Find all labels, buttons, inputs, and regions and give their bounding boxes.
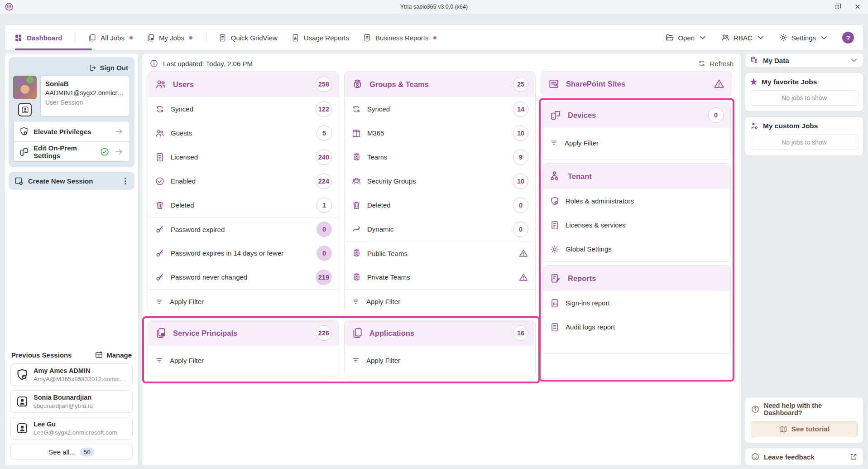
stat-row-password-never-changed[interactable]: Password never changed 219: [148, 265, 339, 289]
stat-row-synced[interactable]: Synced 14: [345, 97, 535, 121]
tenant-card-header[interactable]: Tenant: [543, 164, 730, 189]
applications-header[interactable]: Applications 16: [345, 320, 535, 346]
gear-icon: [779, 33, 788, 42]
stat-row-password-expires-soon[interactable]: Password expires in 14 days or fewer 0: [148, 241, 339, 265]
stat-row-password-expired[interactable]: Password expired 0: [148, 217, 339, 241]
teams-icon: [351, 248, 361, 258]
session-item[interactable]: Amy Ames ADMIN AmyA@M365x85832012.onmicr…: [10, 363, 133, 386]
groups-card-header[interactable]: Groups & Teams 25: [345, 72, 535, 97]
create-new-session-button[interactable]: Create New Session ⋮: [9, 172, 134, 190]
stat-row-public-teams[interactable]: Public Teams: [345, 241, 535, 265]
filter-icon: [351, 297, 360, 306]
stat-row-security-groups[interactable]: Security Groups 10: [345, 169, 535, 193]
doc-lines-icon: [550, 322, 560, 332]
chevron-down-icon: [820, 33, 829, 42]
stat-row-m365[interactable]: M365 10: [345, 121, 535, 145]
user-name: SoniaB: [45, 80, 125, 87]
devices-card-header[interactable]: Devices 0: [543, 102, 730, 128]
avatar: [13, 76, 37, 99]
my-data-label: My Data: [763, 57, 789, 64]
license-icon: [155, 152, 165, 162]
restore-icon: [835, 5, 839, 9]
manage-sessions-button[interactable]: Manage: [95, 351, 132, 359]
sign-out-button[interactable]: Sign Out: [13, 61, 130, 75]
sharepoint-sites-card[interactable]: SharePoint Sites: [541, 71, 732, 97]
leave-feedback-button[interactable]: Leave feedback: [745, 448, 863, 466]
open-label: Open: [678, 34, 695, 42]
tab-my-jobs[interactable]: My Jobs: [146, 34, 192, 42]
groups-teams-card: Groups & Teams 25 Synced 14 M365 10 Team…: [344, 71, 536, 314]
question-circle-icon: [751, 405, 760, 414]
leave-feedback-label: Leave feedback: [764, 453, 815, 461]
rbac-label: RBAC: [734, 34, 753, 42]
service-principals-header[interactable]: Service Principals 226: [148, 320, 339, 346]
tab-label: My Jobs: [159, 34, 184, 42]
restore-button[interactable]: [826, 0, 847, 14]
teams-icon: [351, 78, 363, 90]
refresh-label: Refresh: [710, 60, 734, 68]
my-data-toggle[interactable]: My Data: [745, 53, 863, 68]
tenant-row-global-settings[interactable]: Global Settings: [543, 237, 730, 261]
gear-icon: [550, 244, 560, 254]
tenant-row-licenses[interactable]: Licenses & services: [543, 213, 730, 237]
tab-usage-reports[interactable]: Usage Reports: [291, 34, 349, 42]
stat-row-synced[interactable]: Synced 122: [148, 97, 339, 121]
stat-row-teams[interactable]: Teams 9: [345, 145, 535, 169]
settings-dropdown[interactable]: Settings: [779, 33, 829, 42]
groups-apply-filter[interactable]: Apply Filter: [345, 289, 535, 314]
report-row-signins[interactable]: Sign-ins report: [543, 291, 730, 315]
session-sidebar: Sign Out SoniaB AADMIN1@sygx2.onmicrosof…: [5, 53, 139, 466]
service-principals-apply-filter[interactable]: Apply Filter: [148, 346, 339, 375]
tab-label: Dashboard: [27, 34, 62, 42]
card-title: Tenant: [568, 172, 724, 181]
map-icon: [779, 425, 787, 434]
stat-row-enabled[interactable]: Enabled 224: [148, 169, 339, 193]
favorite-jobs-empty: No jobs to show: [750, 90, 858, 106]
rbac-dropdown[interactable]: RBAC: [721, 33, 765, 42]
stat-badge: 0: [317, 246, 332, 261]
report-row-audit-logs[interactable]: Audit logs report: [543, 315, 730, 339]
elevate-privileges-button[interactable]: Elevate Privileges: [14, 121, 129, 141]
tab-all-jobs[interactable]: All Jobs: [88, 34, 133, 42]
tab-quick-gridview[interactable]: Quick GridView: [218, 34, 278, 42]
stat-row-licensed[interactable]: Licensed 240: [148, 145, 339, 169]
session-item[interactable]: Lee Gu LeeG@sygx2.onmicrosoft.com: [10, 417, 133, 440]
stat-row-dynamic[interactable]: Dynamic 0: [345, 217, 535, 241]
stat-row-private-teams[interactable]: Private Teams: [345, 265, 535, 289]
stat-row-deleted[interactable]: Deleted 0: [345, 193, 535, 217]
stat-row-guests[interactable]: Guests 5: [148, 121, 339, 145]
see-all-sessions-button[interactable]: See all... 50: [10, 444, 133, 460]
close-button[interactable]: ✕: [847, 0, 868, 14]
users-icon: [155, 78, 167, 90]
close-icon: ✕: [855, 3, 861, 11]
edit-onprem-settings-button[interactable]: Edit On-Prem Settings: [14, 141, 129, 161]
shield-check-icon: [550, 196, 560, 206]
devices-apply-filter[interactable]: Apply Filter: [543, 128, 730, 158]
session-item[interactable]: Sonia Bounardjian sbounardjian@ytria.io: [10, 390, 133, 413]
applications-apply-filter[interactable]: Apply Filter: [345, 346, 535, 375]
stat-row-deleted[interactable]: Deleted 1: [148, 193, 339, 217]
minimize-button[interactable]: [806, 0, 826, 14]
tab-label: All Jobs: [101, 34, 125, 42]
favorite-jobs-card: ★ My favorite Jobs No jobs to show: [745, 73, 863, 111]
users-apply-filter[interactable]: Apply Filter: [148, 289, 339, 314]
stat-badge: 14: [513, 102, 528, 117]
users-card-header[interactable]: Users 258: [148, 72, 339, 97]
tenant-row-roles[interactable]: Roles & administrators: [543, 189, 730, 213]
notification-dot: [189, 36, 192, 39]
tab-dashboard[interactable]: Dashboard: [14, 34, 62, 42]
applications-icon: [351, 327, 363, 339]
card-title: Service Principals: [173, 329, 309, 338]
tab-business-reports[interactable]: Business Reports: [363, 34, 437, 42]
kebab-menu-icon[interactable]: ⋮: [121, 176, 129, 186]
refresh-button[interactable]: Refresh: [698, 59, 734, 68]
reports-card-header[interactable]: Reports: [543, 266, 730, 291]
active-tab-underline: [15, 48, 92, 50]
stat-badge: 0: [317, 222, 332, 237]
see-tutorial-button[interactable]: See tutorial: [751, 421, 858, 437]
stat-badge: 224: [316, 174, 332, 189]
trash-icon: [155, 200, 165, 210]
help-button[interactable]: ?: [842, 32, 854, 44]
session-email: LeeG@sygx2.onmicrosoft.com: [34, 429, 128, 436]
open-dropdown[interactable]: Open: [665, 33, 707, 42]
